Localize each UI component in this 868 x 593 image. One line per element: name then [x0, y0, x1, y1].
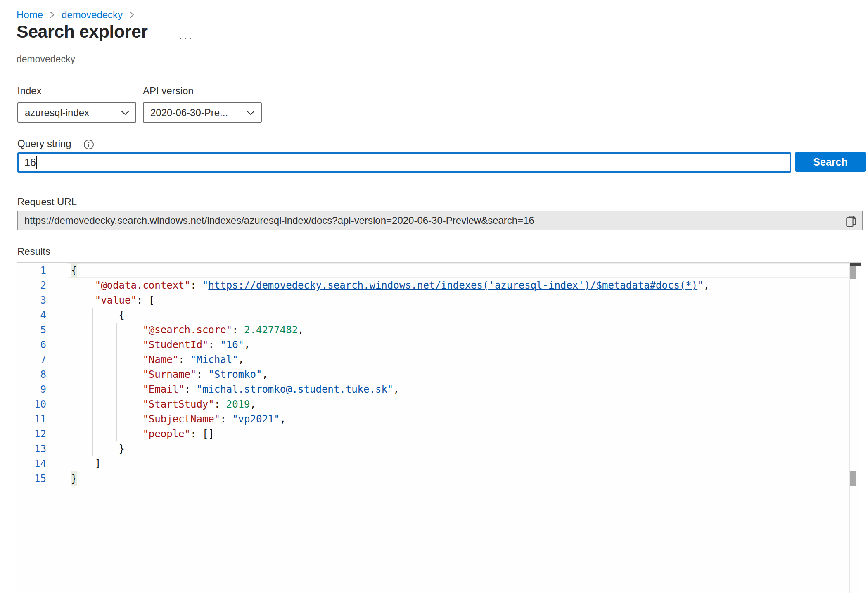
code-line: 2 "@odata.context": "https://demovedecky… [17, 278, 861, 293]
code-line: 13 } [17, 441, 861, 456]
code-text: "Email": "michal.stromko@.student.tuke.s… [71, 382, 399, 397]
search-button[interactable]: Search [795, 152, 866, 172]
query-input[interactable]: 16 [17, 152, 791, 173]
code-text: "Surname": "Stromko", [71, 367, 268, 382]
line-number[interactable]: 3 [17, 293, 46, 308]
code-token [71, 369, 142, 380]
index-dropdown[interactable]: azuresql-index [17, 102, 136, 123]
code-text: } [71, 441, 125, 456]
line-number[interactable]: 12 [17, 427, 46, 441]
line-number[interactable]: 8 [17, 367, 46, 382]
breadcrumb: Home demovedecky [17, 9, 141, 21]
code-token: "SubjectName" [142, 413, 220, 425]
code-text: "StartStudy": 2019, [71, 397, 256, 412]
overview-ruler-scrollbar[interactable] [849, 263, 861, 593]
code-token [71, 398, 142, 410]
index-label: Index [17, 85, 42, 97]
copy-icon[interactable] [846, 215, 856, 228]
chevron-right-icon [50, 11, 55, 19]
code-token: "StartStudy" [142, 398, 214, 410]
breadcrumb-link-demovedecky[interactable]: demovedecky [62, 9, 123, 21]
code-text: } [71, 471, 77, 486]
line-number[interactable]: 1 [17, 263, 46, 278]
line-number[interactable]: 5 [17, 323, 46, 337]
code-text: { [71, 263, 77, 278]
code-token: "Name" [142, 354, 178, 365]
code-text: "@odata.context": "https://demovedecky.s… [71, 278, 709, 293]
code-token: "michal.stromko@.student.tuke.sk" [196, 384, 393, 395]
bracket-match-marker [850, 471, 856, 486]
code-token: } [71, 443, 125, 455]
code-line: 10 "StartStudy": 2019, [17, 397, 861, 412]
code-token: : [232, 324, 244, 336]
code-token: , [280, 413, 286, 425]
page-subtitle: demovedecky [17, 54, 75, 65]
line-number[interactable]: 13 [17, 441, 46, 456]
code-token [71, 354, 142, 365]
code-lines: 1{2 "@odata.context": "https://demovedec… [17, 263, 861, 486]
code-text: { [71, 308, 125, 323]
code-token: " [202, 280, 208, 291]
line-number[interactable]: 11 [17, 412, 46, 427]
code-token: , [244, 339, 250, 351]
chevron-down-icon [121, 110, 130, 115]
code-line: 3 "value": [ [17, 293, 861, 308]
code-token: "StudentId" [142, 339, 208, 351]
code-text: ] [71, 456, 101, 471]
code-text: "value": [ [71, 293, 154, 308]
api-version-label: API version [143, 85, 194, 97]
code-token [71, 384, 142, 395]
code-line: 8 "Surname": "Stromko", [17, 367, 861, 382]
code-token: "Michal" [190, 354, 238, 365]
line-number[interactable]: 6 [17, 337, 46, 352]
line-number[interactable]: 2 [17, 278, 46, 293]
line-number[interactable]: 7 [17, 352, 46, 367]
code-token [71, 294, 95, 306]
request-url-field[interactable]: https://demovedecky.search.windows.net/i… [17, 211, 863, 230]
code-token: , [238, 354, 244, 365]
info-icon[interactable] [83, 139, 94, 150]
code-token: : [185, 384, 197, 395]
chevron-right-icon [129, 11, 135, 19]
code-token: : [208, 339, 220, 351]
index-dropdown-value: azuresql-index [25, 107, 121, 119]
api-version-dropdown[interactable]: 2020-06-30-Pre... [143, 102, 262, 123]
code-token: "@search.score" [142, 324, 232, 336]
code-token: { [71, 263, 77, 278]
code-line: 14 ] [17, 456, 861, 471]
code-text: "people": [] [71, 427, 214, 441]
code-line: 9 "Email": "michal.stromko@.student.tuke… [17, 382, 861, 397]
code-token: "value" [95, 294, 137, 306]
code-token [71, 413, 142, 425]
line-number[interactable]: 4 [17, 308, 46, 323]
code-token: https://demovedecky.search.windows.net/i… [208, 280, 697, 291]
results-code-editor[interactable]: 1{2 "@odata.context": "https://demovedec… [17, 262, 861, 593]
code-token [71, 339, 142, 351]
code-token: "16" [220, 339, 244, 351]
line-number[interactable]: 10 [17, 397, 46, 412]
code-token: : [178, 354, 190, 365]
code-token: : [220, 413, 232, 425]
code-token: } [71, 471, 77, 486]
code-text: "Name": "Michal", [71, 352, 244, 367]
line-number[interactable]: 14 [17, 456, 46, 471]
query-input-value: 16 [24, 157, 36, 168]
code-token: " [697, 280, 703, 291]
code-token: "people" [142, 428, 190, 440]
breadcrumb-link-home[interactable]: Home [17, 9, 43, 21]
code-token: "@odata.context" [95, 280, 190, 291]
line-number[interactable]: 9 [17, 382, 46, 397]
code-token: : [ [137, 294, 154, 306]
code-token: 2019 [226, 398, 250, 410]
code-line: 11 "SubjectName": "vp2021", [17, 412, 861, 427]
api-version-dropdown-value: 2020-06-30-Pre... [150, 107, 246, 119]
code-token: 2.4277482 [244, 324, 298, 336]
code-text: "StudentId": "16", [71, 337, 250, 352]
code-line: 1{ [17, 263, 861, 278]
page-title: Search explorer [17, 21, 148, 42]
code-line: 5 "@search.score": 2.4277482, [17, 323, 861, 337]
line-number[interactable]: 15 [17, 471, 46, 486]
request-url-value: https://demovedecky.search.windows.net/i… [24, 215, 534, 226]
code-token: : [190, 280, 202, 291]
more-options-button[interactable]: ··· [178, 31, 193, 45]
